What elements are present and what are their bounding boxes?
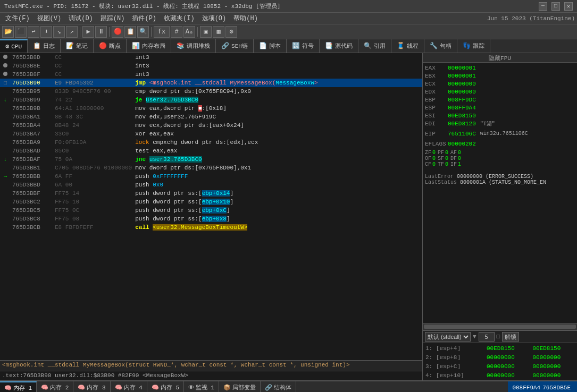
- memlayout-icon: 📊: [132, 42, 140, 50]
- minimize-button[interactable]: ─: [539, 2, 547, 11]
- disasm-row[interactable]: 765D3BA7 33C0 xor eax,eax: [0, 130, 422, 138]
- unlock-button[interactable]: 解锁: [502, 332, 519, 342]
- disasm-row-jne[interactable]: ↓ 765D3BAF 75 0A jne user32.765D3BC0: [0, 155, 422, 164]
- ref-icon: 🔍: [364, 42, 372, 50]
- stack-arg-row[interactable]: 3: [esp+C] 00000000 00000000: [424, 362, 576, 370]
- disasm-row[interactable]: 765D3B8F CC int3: [0, 70, 422, 79]
- tab-seh[interactable]: 🔗 SEH链: [216, 39, 254, 53]
- tb-search[interactable]: 🔍: [137, 26, 149, 38]
- tab-memory4[interactable]: 🧠 内存 4: [111, 381, 147, 393]
- disasm-addr: 765D3B8F: [11, 70, 53, 79]
- tab-threads[interactable]: 🧵 线程: [391, 39, 424, 53]
- tb-hash[interactable]: #: [171, 26, 182, 38]
- tab-trace[interactable]: 👣 跟踪: [457, 39, 490, 53]
- tab-memory-layout[interactable]: 📊 内存布局: [127, 39, 171, 53]
- stack-args-table: 1: [esp+4] 00ED8150 00ED8150 2: [esp+8] …: [423, 343, 577, 380]
- reg-eax[interactable]: EAX 00000001: [425, 64, 575, 72]
- reg-esi[interactable]: ESI 00ED8150: [425, 112, 575, 120]
- register-panel-header: 隐藏FPU: [423, 53, 577, 63]
- tb-fx[interactable]: fx: [154, 26, 170, 38]
- tab-memory3[interactable]: 🧠 内存 3: [73, 381, 110, 393]
- disasm-row[interactable]: 765D3B8E CC int3: [0, 62, 422, 70]
- disasm-row[interactable]: 765D3BA1 8B 48 3C mov edx,user32.765F919…: [0, 113, 422, 121]
- stack-arg-row[interactable]: 1: [esp+4] 00ED8150 00ED8150: [424, 344, 576, 352]
- tb-pause[interactable]: ⏸: [95, 26, 107, 38]
- reg-eip[interactable]: EIP 7651106C win32u.7651106C: [425, 130, 575, 138]
- tb-log[interactable]: 📋: [124, 26, 136, 38]
- bottom-section: 🧠 内存 1 🧠 内存 2 🧠 内存 3 🧠 内存 4 🧠 内存 5 👁 监视 …: [0, 380, 577, 392]
- stack-arg-count[interactable]: [479, 332, 495, 342]
- menu-plugin[interactable]: 插件(P): [129, 13, 160, 24]
- tb-open[interactable]: 📂: [2, 26, 14, 38]
- tab-breakpoints[interactable]: 🔴 断点: [94, 39, 127, 53]
- disasm-row[interactable]: 765D3BBD 6A 00 push 0x0: [0, 181, 422, 189]
- tab-memory1[interactable]: 🧠 内存 1: [0, 381, 37, 393]
- disasm-row-push[interactable]: 765D3BC8 FF75 08 push dword ptr ss:[ebp+…: [0, 215, 422, 223]
- tab-cpu[interactable]: ⚙ CPU: [0, 39, 28, 53]
- toolbar-sep-4: [197, 27, 198, 37]
- tb-restart[interactable]: ↩: [28, 26, 39, 38]
- disasm-row[interactable]: 765D3BA4 8B48 24 mov ecx,dword ptr ds:[e…: [0, 121, 422, 130]
- stack-arg-row[interactable]: 2: [esp+8] 00000000 00000000: [424, 353, 576, 361]
- tb-hex1[interactable]: ▣: [200, 26, 212, 38]
- disasm-bytes: FF75 0C: [53, 206, 133, 215]
- tab-ref[interactable]: 🔍 引用: [358, 39, 391, 53]
- tab-memory5[interactable]: 🧠 内存 5: [147, 381, 184, 393]
- tb-font[interactable]: Aₐ: [183, 26, 195, 38]
- tab-callstack[interactable]: 📚 调用堆栈: [171, 39, 216, 53]
- tab-symbol[interactable]: 🔣 符号: [287, 39, 320, 53]
- tb-step-over[interactable]: ↘: [53, 26, 65, 38]
- menu-help[interactable]: 帮助(H): [230, 13, 261, 24]
- reg-edx[interactable]: EDX 00000000: [425, 88, 575, 96]
- tb-step-into[interactable]: ⬇: [40, 26, 52, 38]
- reg-eflags[interactable]: EFLAGS 00000202: [425, 140, 575, 148]
- tab-struct[interactable]: 🔗 结构体: [261, 381, 296, 393]
- disasm-row-jmp[interactable]: □ 765D3B90 E9 FBD45302 jmp <msghook.int …: [0, 79, 422, 87]
- calling-conv-select[interactable]: 默认 (stdcall): [425, 332, 471, 342]
- menu-view[interactable]: 视图(V): [34, 13, 65, 24]
- disasm-row[interactable]: 765D3BA9 F0:0FB10A lock cmpxchg dword pt…: [0, 138, 422, 147]
- tb-step-out[interactable]: ↗: [66, 26, 78, 38]
- disasm-addr: 765D3B95: [11, 87, 53, 96]
- reg-ebx[interactable]: EBX 00000001: [425, 72, 575, 80]
- tab-handles[interactable]: 🔧 句柄: [424, 39, 457, 53]
- disasm-row-push[interactable]: 765D3BC2 FF75 10 push dword ptr ss:[ebp+…: [0, 198, 422, 206]
- tb-hex2[interactable]: ▦: [213, 26, 224, 38]
- disasm-area[interactable]: 765D3B8D CC int3 765D3B8E CC int3 765D3B…: [0, 53, 422, 360]
- disasm-row[interactable]: 765D3B95 833D 948C5F76 00 cmp dword ptr …: [0, 87, 422, 96]
- tb-run[interactable]: ▶: [82, 26, 94, 38]
- tb-stop[interactable]: ⬛: [15, 26, 27, 38]
- tab-script[interactable]: 📄 脚本: [254, 39, 287, 53]
- tb-bp[interactable]: 🔴: [112, 26, 123, 38]
- disasm-row[interactable]: 765D3B9B 64:A1 18000000 mov eax,dword pt…: [0, 104, 422, 113]
- menu-favorites[interactable]: 收藏夹(I): [161, 13, 198, 24]
- tab-memory2[interactable]: 🧠 内存 2: [37, 381, 73, 393]
- disasm-row[interactable]: 765D3B8D CC int3: [0, 53, 422, 62]
- maximize-button[interactable]: □: [551, 2, 560, 11]
- mem1-icon: 🧠: [4, 385, 12, 391]
- disasm-row[interactable]: 765D3BAD 85C0 test eax,eax: [0, 147, 422, 155]
- reg-esp[interactable]: ESP 008FF9A4: [425, 104, 575, 112]
- disasm-row-push[interactable]: 765D3BBF FF75 14 push dword ptr ss:[ebp+…: [0, 189, 422, 198]
- stack-arg-row[interactable]: 4: [esp+10] 00000000 00000000: [424, 371, 576, 379]
- menu-debug[interactable]: 调试(D): [65, 13, 96, 24]
- tb-settings[interactable]: ⚙: [225, 26, 237, 38]
- menu-trace[interactable]: 跟踪(N): [97, 13, 128, 24]
- disasm-row[interactable]: 765D3BB1 C705 008D5F76 01000000 mov dwor…: [0, 164, 422, 172]
- menu-file[interactable]: 文件(F): [2, 13, 33, 24]
- disasm-row-call[interactable]: 765D3BCB E8 FBFDFEFF call <user32.Messag…: [0, 223, 422, 232]
- tab-source[interactable]: 📑 源代码: [320, 39, 358, 53]
- close-button[interactable]: ✕: [564, 2, 573, 11]
- tab-notes[interactable]: 📝 笔记: [61, 39, 94, 53]
- tab-locals[interactable]: 📦 局部变量: [219, 381, 261, 393]
- right-panel: 隐藏FPU EAX 00000001 EBX 00000001 ECX 0000…: [423, 53, 577, 380]
- disasm-row-push[interactable]: 765D3BC5 FF75 0C push dword ptr ss:[ebp+…: [0, 206, 422, 215]
- reg-ecx[interactable]: ECX 00000000: [425, 80, 575, 88]
- reg-ebp[interactable]: EBP 008FF9DC: [425, 96, 575, 104]
- tab-log[interactable]: 📋 日志: [28, 39, 61, 53]
- reg-edi[interactable]: EDI 00ED8120 "T湯": [425, 120, 575, 127]
- menu-options[interactable]: 选项(O): [199, 13, 230, 24]
- tab-watch[interactable]: 👁 监视 1: [184, 381, 219, 393]
- disasm-row-je[interactable]: ↓ 765D3B99 74 22 je user32.765D3BC0: [0, 96, 422, 104]
- disasm-row[interactable]: → 765D3BBB 6A FF push 0xFFFFFFFF: [0, 172, 422, 181]
